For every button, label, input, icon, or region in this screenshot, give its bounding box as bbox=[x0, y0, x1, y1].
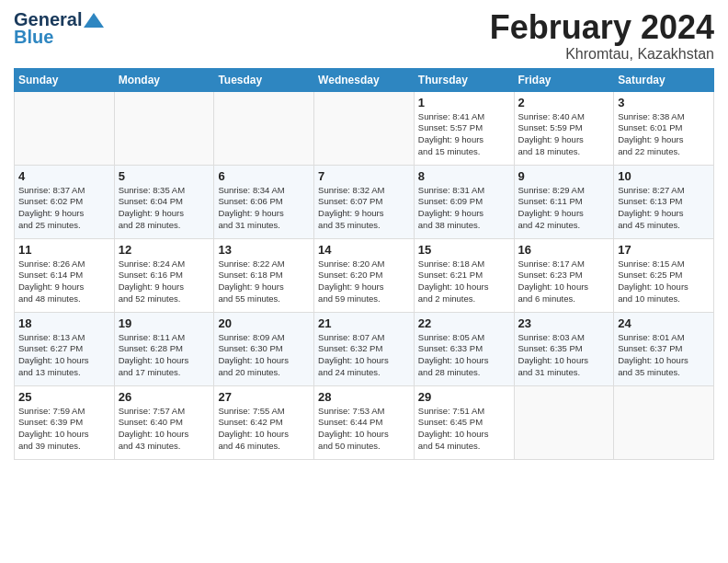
day-info: Sunrise: 8:20 AM Sunset: 6:20 PM Dayligh… bbox=[318, 259, 410, 305]
weekday-header-sunday: Sunday bbox=[15, 68, 115, 91]
calendar-cell bbox=[114, 91, 214, 165]
calendar-cell: 18Sunrise: 8:13 AM Sunset: 6:27 PM Dayli… bbox=[15, 312, 115, 385]
day-number: 23 bbox=[518, 316, 610, 330]
day-info: Sunrise: 8:07 AM Sunset: 6:32 PM Dayligh… bbox=[318, 332, 410, 379]
day-number: 12 bbox=[119, 243, 210, 257]
calendar-table: SundayMondayTuesdayWednesdayThursdayFrid… bbox=[14, 68, 714, 460]
calendar-cell bbox=[314, 91, 415, 165]
calendar-cell: 9Sunrise: 8:29 AM Sunset: 6:11 PM Daylig… bbox=[514, 165, 614, 238]
day-number: 14 bbox=[318, 243, 410, 257]
day-info: Sunrise: 8:32 AM Sunset: 6:07 PM Dayligh… bbox=[318, 185, 410, 232]
day-info: Sunrise: 8:27 AM Sunset: 6:13 PM Dayligh… bbox=[618, 185, 710, 232]
day-info: Sunrise: 8:22 AM Sunset: 6:18 PM Dayligh… bbox=[218, 259, 310, 305]
day-number: 2 bbox=[518, 96, 610, 109]
calendar-cell: 6Sunrise: 8:34 AM Sunset: 6:06 PM Daylig… bbox=[214, 165, 314, 238]
day-number: 21 bbox=[318, 316, 410, 330]
day-info: Sunrise: 8:37 AM Sunset: 6:02 PM Dayligh… bbox=[18, 185, 110, 232]
calendar-cell: 13Sunrise: 8:22 AM Sunset: 6:18 PM Dayli… bbox=[214, 238, 314, 312]
day-number: 24 bbox=[618, 316, 710, 330]
day-info: Sunrise: 8:15 AM Sunset: 6:25 PM Dayligh… bbox=[618, 259, 710, 305]
day-number: 7 bbox=[318, 169, 410, 183]
calendar-cell: 24Sunrise: 8:01 AM Sunset: 6:37 PM Dayli… bbox=[614, 312, 714, 385]
day-info: Sunrise: 8:41 AM Sunset: 5:57 PM Dayligh… bbox=[418, 111, 510, 158]
day-info: Sunrise: 8:26 AM Sunset: 6:14 PM Dayligh… bbox=[18, 259, 110, 305]
weekday-header-monday: Monday bbox=[114, 68, 214, 91]
day-number: 18 bbox=[18, 316, 110, 330]
weekday-header-thursday: Thursday bbox=[414, 68, 514, 91]
day-number: 26 bbox=[119, 390, 210, 404]
calendar-cell: 12Sunrise: 8:24 AM Sunset: 6:16 PM Dayli… bbox=[114, 238, 214, 312]
weekday-header-wednesday: Wednesday bbox=[314, 68, 415, 91]
calendar-cell: 8Sunrise: 8:31 AM Sunset: 6:09 PM Daylig… bbox=[414, 165, 514, 238]
day-number: 20 bbox=[218, 316, 310, 330]
calendar-cell: 29Sunrise: 7:51 AM Sunset: 6:45 PM Dayli… bbox=[414, 385, 514, 459]
day-info: Sunrise: 8:31 AM Sunset: 6:09 PM Dayligh… bbox=[418, 185, 510, 232]
calendar-cell: 4Sunrise: 8:37 AM Sunset: 6:02 PM Daylig… bbox=[15, 165, 115, 238]
day-number: 29 bbox=[418, 390, 510, 404]
calendar-cell bbox=[214, 91, 314, 165]
day-info: Sunrise: 8:34 AM Sunset: 6:06 PM Dayligh… bbox=[218, 185, 310, 232]
calendar-cell: 5Sunrise: 8:35 AM Sunset: 6:04 PM Daylig… bbox=[114, 165, 214, 238]
page-container: General Blue February 2024 Khromtau, Kaz… bbox=[0, 0, 728, 465]
day-number: 4 bbox=[18, 169, 110, 183]
calendar-cell: 22Sunrise: 8:05 AM Sunset: 6:33 PM Dayli… bbox=[414, 312, 514, 385]
calendar-cell: 28Sunrise: 7:53 AM Sunset: 6:44 PM Dayli… bbox=[314, 385, 415, 459]
calendar-cell: 25Sunrise: 7:59 AM Sunset: 6:39 PM Dayli… bbox=[15, 385, 115, 459]
weekday-header-saturday: Saturday bbox=[614, 68, 714, 91]
day-info: Sunrise: 8:03 AM Sunset: 6:35 PM Dayligh… bbox=[518, 332, 610, 379]
day-info: Sunrise: 7:53 AM Sunset: 6:44 PM Dayligh… bbox=[318, 406, 410, 453]
calendar-cell: 20Sunrise: 8:09 AM Sunset: 6:30 PM Dayli… bbox=[214, 312, 314, 385]
day-info: Sunrise: 8:24 AM Sunset: 6:16 PM Dayligh… bbox=[119, 259, 210, 305]
day-info: Sunrise: 8:11 AM Sunset: 6:28 PM Dayligh… bbox=[119, 332, 210, 379]
day-number: 5 bbox=[119, 169, 210, 183]
day-info: Sunrise: 8:40 AM Sunset: 5:59 PM Dayligh… bbox=[518, 111, 610, 158]
calendar-cell: 1Sunrise: 8:41 AM Sunset: 5:57 PM Daylig… bbox=[414, 91, 514, 165]
day-number: 9 bbox=[518, 169, 610, 183]
logo-blue: Blue bbox=[14, 27, 53, 48]
day-info: Sunrise: 8:13 AM Sunset: 6:27 PM Dayligh… bbox=[18, 332, 110, 379]
weekday-header-tuesday: Tuesday bbox=[214, 68, 314, 91]
day-number: 6 bbox=[218, 169, 310, 183]
day-number: 11 bbox=[18, 243, 110, 257]
day-info: Sunrise: 7:51 AM Sunset: 6:45 PM Dayligh… bbox=[418, 406, 510, 453]
day-number: 15 bbox=[418, 243, 510, 257]
weekday-header-friday: Friday bbox=[514, 68, 614, 91]
day-info: Sunrise: 8:18 AM Sunset: 6:21 PM Dayligh… bbox=[418, 259, 510, 305]
calendar-cell bbox=[614, 385, 714, 459]
calendar-cell: 16Sunrise: 8:17 AM Sunset: 6:23 PM Dayli… bbox=[514, 238, 614, 312]
calendar-cell: 3Sunrise: 8:38 AM Sunset: 6:01 PM Daylig… bbox=[614, 91, 714, 165]
calendar-cell: 2Sunrise: 8:40 AM Sunset: 5:59 PM Daylig… bbox=[514, 91, 614, 165]
calendar-cell: 23Sunrise: 8:03 AM Sunset: 6:35 PM Dayli… bbox=[514, 312, 614, 385]
day-info: Sunrise: 8:38 AM Sunset: 6:01 PM Dayligh… bbox=[618, 111, 710, 158]
day-info: Sunrise: 8:09 AM Sunset: 6:30 PM Dayligh… bbox=[218, 332, 310, 379]
logo-icon bbox=[84, 13, 104, 28]
calendar-cell: 19Sunrise: 8:11 AM Sunset: 6:28 PM Dayli… bbox=[114, 312, 214, 385]
day-number: 19 bbox=[119, 316, 210, 330]
day-info: Sunrise: 7:55 AM Sunset: 6:42 PM Dayligh… bbox=[218, 406, 310, 453]
day-number: 16 bbox=[518, 243, 610, 257]
svg-marker-0 bbox=[84, 13, 104, 28]
day-number: 1 bbox=[418, 96, 510, 109]
day-info: Sunrise: 8:29 AM Sunset: 6:11 PM Dayligh… bbox=[518, 185, 610, 232]
day-info: Sunrise: 8:35 AM Sunset: 6:04 PM Dayligh… bbox=[119, 185, 210, 232]
calendar-cell: 10Sunrise: 8:27 AM Sunset: 6:13 PM Dayli… bbox=[614, 165, 714, 238]
calendar-week-row: 25Sunrise: 7:59 AM Sunset: 6:39 PM Dayli… bbox=[15, 385, 714, 459]
day-number: 17 bbox=[618, 243, 710, 257]
subtitle: Khromtau, Kazakhstan bbox=[490, 46, 714, 63]
day-number: 28 bbox=[318, 390, 410, 404]
day-info: Sunrise: 8:05 AM Sunset: 6:33 PM Dayligh… bbox=[418, 332, 510, 379]
calendar-week-row: 11Sunrise: 8:26 AM Sunset: 6:14 PM Dayli… bbox=[15, 238, 714, 312]
day-number: 13 bbox=[218, 243, 310, 257]
calendar-cell bbox=[15, 91, 115, 165]
calendar-week-row: 18Sunrise: 8:13 AM Sunset: 6:27 PM Dayli… bbox=[15, 312, 714, 385]
logo: General Blue bbox=[14, 9, 104, 48]
calendar-cell bbox=[514, 385, 614, 459]
day-number: 22 bbox=[418, 316, 510, 330]
main-title: February 2024 bbox=[490, 9, 714, 46]
calendar-cell: 15Sunrise: 8:18 AM Sunset: 6:21 PM Dayli… bbox=[414, 238, 514, 312]
calendar-cell: 14Sunrise: 8:20 AM Sunset: 6:20 PM Dayli… bbox=[314, 238, 415, 312]
day-info: Sunrise: 8:01 AM Sunset: 6:37 PM Dayligh… bbox=[618, 332, 710, 379]
calendar-cell: 7Sunrise: 8:32 AM Sunset: 6:07 PM Daylig… bbox=[314, 165, 415, 238]
calendar-cell: 27Sunrise: 7:55 AM Sunset: 6:42 PM Dayli… bbox=[214, 385, 314, 459]
day-number: 8 bbox=[418, 169, 510, 183]
